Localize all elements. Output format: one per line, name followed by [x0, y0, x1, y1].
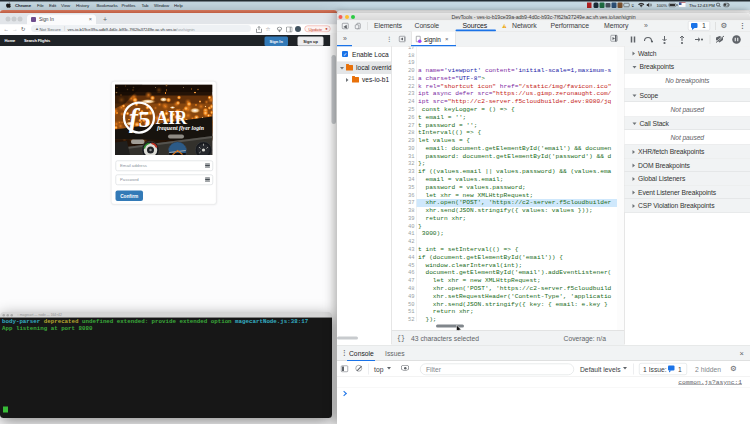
svg-text:5: 5 [139, 106, 151, 132]
svg-text:frequent flyer login: frequent flyer login [157, 124, 204, 131]
